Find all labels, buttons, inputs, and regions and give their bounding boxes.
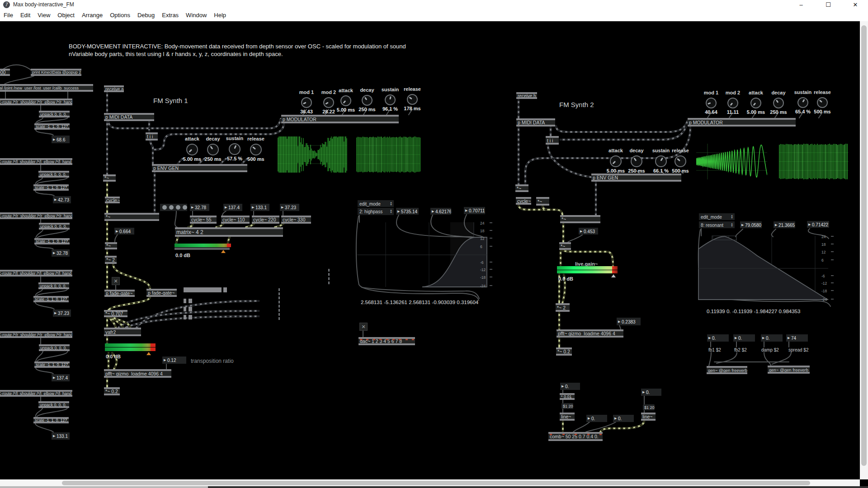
obj-cycle-2[interactable]: cycle~ [516, 197, 531, 205]
knob-mod1-mod1[interactable] [301, 97, 312, 108]
menu-item-extras[interactable]: Extras [158, 10, 182, 19]
obj-scale-3[interactable]: scale -1. 1. 0. 127. [34, 238, 70, 244]
num-fg2-freq[interactable]: ▶79.0580 [740, 221, 762, 228]
obj-gen-freeverb-2[interactable]: gen~ @gen freeverb [768, 366, 810, 374]
num-fg1-gain[interactable]: ▶4.62176 [430, 208, 451, 215]
obj-mult-s2b[interactable]: *~ [536, 197, 549, 206]
num-damp[interactable]: ▶0. [761, 334, 783, 342]
filtergraph-2[interactable]: 2418126-6-12-18-24 [698, 236, 840, 301]
knob-env1-decay[interactable] [207, 144, 219, 155]
num-0664[interactable]: ▶0.664 [114, 228, 134, 235]
obj-receive-a[interactable]: receive a [104, 85, 124, 92]
obj-envgen-2[interactable]: p ENV GEN [591, 174, 681, 182]
obj-cycle-220[interactable]: cycle~ 220 [252, 216, 279, 224]
vertical-scrollbar-thumb[interactable] [861, 25, 867, 466]
menu-item-edit[interactable]: Edit [17, 10, 34, 19]
msg-port[interactable]: 3000 [0, 69, 10, 76]
obj-tii-1[interactable]: t i i [146, 132, 158, 141]
knob-mod1-release[interactable] [407, 94, 418, 105]
num-hand-5[interactable]: ▶137.4 [52, 374, 70, 381]
num-2383[interactable]: ▶0.2383 [617, 318, 641, 325]
obj-mult-707[interactable]: *~ 0.707 [104, 310, 127, 317]
knob-env1-attack[interactable] [186, 144, 198, 155]
menu-item-window[interactable]: Window [182, 10, 210, 19]
obj-scale-1[interactable]: scale -1. 1. 0. 127. [34, 123, 70, 130]
obj-cycle-55[interactable]: cycle~ 55 [190, 216, 217, 224]
sq-3[interactable] [184, 307, 186, 311]
menu-item-options[interactable]: Options [106, 10, 134, 19]
obj-scale-4[interactable]: scale -1. 1. 0. 127. [33, 296, 69, 302]
obj-mult-02b[interactable]: *~ 0.2 [556, 347, 572, 356]
num-spread[interactable]: ▶74 [786, 334, 808, 342]
obj-mult-2b[interactable]: *~ 2 [556, 303, 570, 312]
hslider[interactable] [184, 287, 222, 292]
num-fg2-q[interactable]: ▶0.71422 [807, 221, 829, 228]
obj-route-6[interactable]: OSC-route /*/l_shoulder /*/l_elbow /*/l_… [0, 390, 72, 397]
obj-sig-2[interactable]: *~ [515, 184, 528, 192]
num-comb-4[interactable]: ▶0. [641, 389, 661, 396]
obj-modulator-2[interactable]: p MODULATOR [688, 118, 796, 127]
menu-item-debug[interactable]: Debug [134, 10, 158, 19]
meter-matrix-marker[interactable] [221, 250, 226, 253]
knob-mod1-mod2[interactable] [323, 97, 334, 108]
obj-matrix[interactable]: matrix~ 4 2 [175, 227, 283, 237]
meter-yafr-b[interactable] [105, 347, 151, 351]
knob-mod1-decay[interactable] [362, 95, 373, 106]
menu-item-object[interactable]: Object [54, 10, 78, 19]
num-hand-1[interactable]: ▶68.6 [52, 136, 70, 143]
sq-6[interactable] [189, 315, 192, 319]
knob-env2-attack[interactable] [610, 155, 622, 167]
obj-route-5[interactable]: OSC-route /*/r_shoulder /*/r_elbow /*/r_… [0, 331, 72, 338]
num-hand-3[interactable]: ▶32.78 [52, 249, 70, 257]
obj-unpack-2[interactable]: unpack 0. 0. 0. [38, 171, 69, 178]
obj-mult-001[interactable]: * 0.01 [560, 393, 575, 400]
obj-envgen-1[interactable]: p ENV GEN [152, 164, 247, 172]
menu-item-view[interactable]: View [34, 10, 54, 19]
obj-unpack-3[interactable]: unpack 0. 0. 0. [39, 223, 70, 230]
obj-mult-s2[interactable]: *~ [559, 242, 571, 250]
obj-scale-2[interactable]: scale -1. 1. 0. 127. [33, 184, 69, 191]
menu-item-file[interactable]: File [0, 10, 17, 19]
obj-sig-1[interactable]: *~ [103, 174, 116, 182]
num-freq-2[interactable]: ▶137.4 [223, 204, 242, 211]
obj-yafr2[interactable]: yafr2 [104, 328, 141, 336]
obj-midi-data-1[interactable]: p MIDI DATA [104, 113, 154, 121]
menu-filtertype-2[interactable]: 8: resonant▲▼ [699, 221, 735, 228]
sq-5[interactable] [184, 315, 186, 319]
knob-env2-release[interactable] [675, 155, 686, 167]
knob-env2-decay[interactable] [631, 155, 642, 167]
obj-scale-5[interactable]: scale -1. 1. 0. 127. [34, 361, 70, 368]
meter-livegain-b-marker[interactable] [611, 274, 616, 277]
close-button[interactable]: ✕ [848, 0, 863, 10]
obj-line-2[interactable]: line~ [641, 413, 656, 421]
sq-2[interactable] [189, 299, 192, 303]
num-hand-2[interactable]: ▶42.73 [53, 196, 71, 203]
meter-matrix[interactable] [175, 244, 227, 247]
knob-mod2-sustain[interactable] [797, 97, 808, 108]
radio-wave[interactable] [160, 204, 187, 211]
knob-env2-sustain[interactable] [655, 155, 667, 167]
menu-item-arrange[interactable]: Arrange [78, 10, 106, 19]
msg-line-2[interactable]: $1 20 [643, 404, 655, 410]
meter-livegain-a[interactable] [557, 266, 612, 270]
menu-item-help[interactable]: Help [210, 10, 230, 19]
obj-route-4[interactable]: OSC-route /*/l_shoulder /*/l_elbow /*/l_… [0, 270, 72, 277]
obj-line-1[interactable]: line~ [560, 413, 575, 421]
knob-mod2-mod2[interactable] [727, 98, 738, 108]
num-0453[interactable]: ▶0.453 [579, 228, 598, 235]
hslider-handle[interactable] [223, 287, 227, 292]
num-hand-4[interactable]: ▶37.23 [53, 310, 71, 317]
obj-cycle-110[interactable]: cycle~ 110 [221, 216, 250, 224]
knob-mod2-release[interactable] [817, 97, 828, 108]
obj-mult-wide-1[interactable]: *~ [104, 213, 159, 221]
num-fg1-freq[interactable]: ▶5735.14 [396, 208, 419, 215]
minimize-button[interactable]: – [793, 0, 809, 10]
obj-unpack-4[interactable]: unpack 0. 0. 0. [38, 282, 69, 289]
sq-4[interactable] [189, 307, 192, 311]
maximize-button[interactable]: ☐ [821, 0, 836, 10]
knob-mod2-attack[interactable] [750, 98, 761, 108]
knob-mod1-sustain[interactable] [385, 94, 396, 105]
obj-mult-s1[interactable]: *~ [105, 242, 117, 249]
horizontal-scrollbar-thumb[interactable] [62, 481, 810, 485]
obj-modulator-1[interactable]: p MODULATOR [281, 115, 399, 123]
